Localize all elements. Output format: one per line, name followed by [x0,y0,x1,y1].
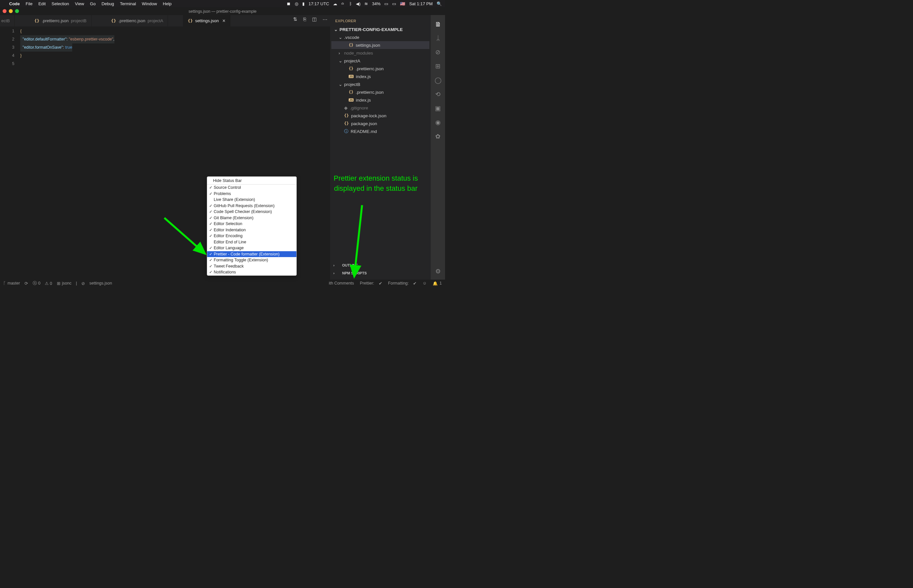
context-menu-item[interactable]: Editor End of Line [207,239,296,246]
status-bar-context-menu: Hide Status Bar ✓Source Control✓Problems… [207,176,297,276]
tree-label: package-lock.json [351,113,386,118]
context-menu-item[interactable]: ✓Editor Encoding [207,233,296,239]
language-status[interactable]: ⊞jsonc | ⊘ settings.json [57,281,112,286]
context-menu-item[interactable]: ✓Notifications [207,269,296,275]
bluetooth-icon[interactable]: ᛒ [349,1,352,6]
cloud-icon[interactable]: ☁︎ [333,1,337,6]
battery-pct[interactable]: 34% [372,1,380,6]
tab-proj-label: projectB [71,18,87,23]
window-title: settings.json — prettier-config-example [0,9,445,15]
context-menu-label: Formatting Toggle (Extension) [214,258,268,262]
tree-row[interactable]: ⌄projectA [331,57,429,65]
wifi-icon[interactable]: ≋ [364,1,368,6]
more-actions-icon[interactable]: ⋯ [323,16,327,22]
menu-app[interactable]: Code [9,1,20,6]
tree-row[interactable]: JSindex.js [331,73,429,80]
context-menu-item[interactable]: ✓Formatting Toggle (Extension) [207,257,296,263]
tree-row[interactable]: ⌄.vscode [331,33,429,41]
spotlight-icon[interactable]: 🔍 [436,1,442,6]
context-menu-item[interactable]: ✓Git Blame (Extension) [207,215,296,221]
file-type-status[interactable]: ith Comments [329,281,354,286]
battery-icon[interactable]: ▭ [384,1,388,6]
compare-changes-icon[interactable]: ⇅ [293,16,297,22]
menu-view[interactable]: View [75,1,84,6]
tab-settings-json[interactable]: {} settings.json × [183,15,230,26]
check-icon: ✓ [209,234,214,238]
menu-terminal[interactable]: Terminal [120,1,136,6]
formatting-status[interactable]: Formatting: ✔︎ [388,281,417,286]
flag-icon[interactable]: 🇺🇸 [400,1,405,6]
docker-icon[interactable]: ▣ [435,105,441,112]
outline-section[interactable]: › OUTLINE [330,261,431,269]
context-menu-item[interactable]: ✓Prettier - Code formatter (Extension) [207,251,296,257]
tab-prettierrc-projecta[interactable]: {} .prettierrc.json projectA [107,15,168,26]
liveshare-icon[interactable]: ⟲ [435,90,441,98]
settings-gear-icon[interactable]: ⚙ [435,268,441,275]
notifications-status[interactable]: 🔔1 [433,281,442,286]
tree-row[interactable]: {}settings.json [331,41,429,49]
context-menu-item[interactable]: ✓Editor Language [207,245,296,251]
context-menu-item[interactable]: ✓GitHub Pull Requests (Extension) [207,203,296,209]
menu-go[interactable]: Go [90,1,95,6]
tree-row[interactable]: ›node_modules [331,49,429,57]
tree-label: .vscode [344,35,359,40]
volume-icon[interactable]: ◀︎) [356,1,360,6]
git-branch[interactable]: ᚴmaster [3,281,20,286]
display-icon[interactable]: ▭ [392,1,396,6]
dropbox-icon[interactable]: ⏹ [287,1,291,6]
clock-utc[interactable]: 17:17 UTC [309,1,329,6]
source-control-icon[interactable]: ᛦ [436,35,440,42]
clock-local[interactable]: Sat 1:17 PM [409,1,433,6]
context-menu-item[interactable]: Live Share (Extension) [207,197,296,203]
files-icon[interactable]: 🗎 [435,21,441,28]
status-icon[interactable]: ◎ [295,1,298,6]
tree-row[interactable]: JSindex.js [331,96,429,104]
tree-row[interactable]: {}.prettierrc.json [331,65,429,73]
tab-prettierrc-projectb[interactable]: {} .prettierrc.json projectB [30,15,92,26]
tree-label: index.js [356,74,371,79]
prettier-status[interactable]: Prettier: ✔︎ [360,281,382,286]
tree-row[interactable]: {}.prettierrc.json [331,88,429,96]
tree-root[interactable]: ⌄PRETTIER-CONFIG-EXAMPLE [331,26,429,33]
tree-row[interactable]: {}package-lock.json [331,112,429,120]
problems-status[interactable]: ⓧ 0 ⚠ 0 [33,281,52,286]
feedback-icon[interactable]: ☺ [423,281,427,286]
bookmark-icon[interactable]: ◉ [435,119,441,126]
debug-icon[interactable]: ⊘ [435,48,441,56]
annotation-text: Prettier extension status is displayed i… [328,173,423,194]
editor-tabbar: ectB {} .prettierrc.json projectB {} .pr… [0,15,330,26]
menu-edit[interactable]: Edit [38,1,45,6]
tab-partial-label: ectB [1,18,10,23]
glasses-icon[interactable]: ᯅ [341,1,346,6]
check-icon: ✓ [209,209,214,214]
context-menu-item[interactable]: ✓Editor Indentation [207,227,296,233]
context-menu-item[interactable]: ✓Problems [207,191,296,197]
github-icon[interactable]: ◯ [435,76,441,84]
split-editor-icon[interactable]: ◫ [312,16,317,22]
extensions-icon[interactable]: ⊞ [435,62,441,70]
battery-icon-menu[interactable]: ▮ [302,1,305,6]
tab-partial[interactable]: ectB [0,15,15,26]
menu-file[interactable]: File [26,1,33,6]
tree-row[interactable]: ⓘREADME.md [331,128,429,135]
menu-debug[interactable]: Debug [102,1,114,6]
tree-row[interactable]: ◆.gitignore [331,104,429,112]
close-tab-icon[interactable]: × [222,18,225,24]
open-changes-icon[interactable]: ⎘ [303,16,306,22]
npm-scripts-section[interactable]: › NPM SCRIPTS [330,269,431,277]
menu-window[interactable]: Window [142,1,157,6]
tree-row[interactable]: ⌄projectB [331,80,429,88]
menu-selection[interactable]: Selection [52,1,69,6]
context-menu-label: Notifications [214,270,236,275]
context-menu-item[interactable]: ✓Tweet Feedback [207,263,296,270]
sync-icon[interactable]: ⟳ [24,281,28,286]
context-menu-hide[interactable]: Hide Status Bar [207,177,296,184]
context-menu-item[interactable]: ✓Code Spell Checker (Extension) [207,209,296,215]
check-icon: ✓ [209,252,214,257]
context-menu-item[interactable]: ✓Source Control [207,184,296,191]
context-menu-item[interactable]: ✓Editor Selection [207,221,296,227]
context-menu-label: Editor Encoding [214,234,242,238]
menu-help[interactable]: Help [163,1,171,6]
tree-row[interactable]: {}package.json [331,120,429,128]
tree-icon[interactable]: ✿ [435,132,441,140]
